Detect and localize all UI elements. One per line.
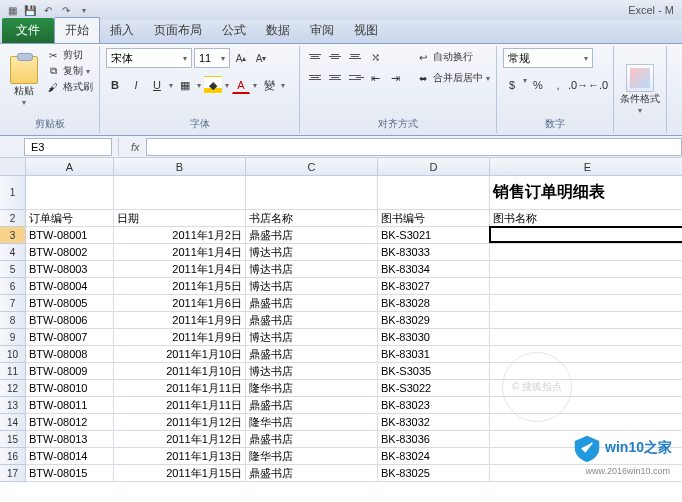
align-center-button[interactable] <box>326 69 344 85</box>
cell[interactable]: BTW-08004 <box>26 278 114 295</box>
cell[interactable]: 隆华书店 <box>246 448 378 465</box>
select-all-corner[interactable] <box>0 158 26 176</box>
tab-data[interactable]: 数据 <box>256 18 300 43</box>
cell[interactable]: BK-83032 <box>378 414 490 431</box>
cell[interactable]: BK-S3022 <box>378 380 490 397</box>
increase-indent-button[interactable]: ⇥ <box>386 69 404 87</box>
cell[interactable]: 2011年1月5日 <box>114 278 246 295</box>
cell[interactable] <box>26 176 114 210</box>
row-header[interactable]: 16 <box>0 448 26 465</box>
cell[interactable]: BTW-08001 <box>26 227 114 244</box>
row-header[interactable]: 6 <box>0 278 26 295</box>
align-middle-button[interactable] <box>326 48 344 64</box>
file-tab[interactable]: 文件 <box>2 18 54 43</box>
cell[interactable]: 2011年1月11日 <box>114 380 246 397</box>
increase-decimal-button[interactable]: .0→ <box>569 76 587 94</box>
cell[interactable]: 博达书店 <box>246 261 378 278</box>
cell[interactable] <box>246 176 378 210</box>
undo-icon[interactable]: ↶ <box>40 2 56 18</box>
cell[interactable]: BK-S3021 <box>378 227 490 244</box>
tab-insert[interactable]: 插入 <box>100 18 144 43</box>
cell[interactable]: 2011年1月4日 <box>114 261 246 278</box>
cell[interactable]: 鼎盛书店 <box>246 431 378 448</box>
cell[interactable] <box>490 244 682 261</box>
tab-page-layout[interactable]: 页面布局 <box>144 18 212 43</box>
cell[interactable]: 2011年1月2日 <box>114 227 246 244</box>
paste-button[interactable]: 粘贴 ▾ <box>6 48 42 115</box>
percent-button[interactable]: % <box>529 76 547 94</box>
cell[interactable] <box>490 227 682 244</box>
cell[interactable]: BK-83023 <box>378 397 490 414</box>
cell[interactable]: 销售订单明细表 <box>490 176 682 210</box>
cell[interactable]: 鼎盛书店 <box>246 397 378 414</box>
cell[interactable] <box>490 295 682 312</box>
border-button[interactable]: ▦ <box>176 76 194 94</box>
row-header[interactable]: 11 <box>0 363 26 380</box>
format-painter-button[interactable]: 🖌格式刷 <box>46 80 93 94</box>
cell[interactable]: 鼎盛书店 <box>246 295 378 312</box>
cell[interactable]: BTW-08003 <box>26 261 114 278</box>
number-format-combo[interactable]: 常规▾ <box>503 48 593 68</box>
cell[interactable]: 2011年1月12日 <box>114 431 246 448</box>
row-header[interactable]: 13 <box>0 397 26 414</box>
wrap-text-button[interactable]: ↩自动换行 <box>416 48 490 66</box>
spreadsheet-grid[interactable]: ABCDE 1234567891011121314151617 销售订单明细表订… <box>0 158 682 502</box>
cell[interactable] <box>490 465 682 482</box>
row-header[interactable]: 1 <box>0 176 26 210</box>
cell[interactable]: 2011年1月9日 <box>114 329 246 346</box>
cell[interactable]: 2011年1月9日 <box>114 312 246 329</box>
column-header-D[interactable]: D <box>378 158 490 176</box>
row-header[interactable]: 5 <box>0 261 26 278</box>
cell[interactable] <box>490 380 682 397</box>
cell[interactable]: 2011年1月15日 <box>114 465 246 482</box>
row-header[interactable]: 10 <box>0 346 26 363</box>
redo-icon[interactable]: ↷ <box>58 2 74 18</box>
cell[interactable]: 博达书店 <box>246 363 378 380</box>
cell[interactable]: 鼎盛书店 <box>246 346 378 363</box>
font-name-combo[interactable]: 宋体▾ <box>106 48 192 68</box>
cell[interactable]: 鼎盛书店 <box>246 227 378 244</box>
column-header-C[interactable]: C <box>246 158 378 176</box>
cell[interactable]: BTW-08011 <box>26 397 114 414</box>
cell[interactable]: BK-83029 <box>378 312 490 329</box>
bold-button[interactable]: B <box>106 76 124 94</box>
row-header[interactable]: 2 <box>0 210 26 227</box>
merge-center-button[interactable]: ⬌合并后居中▾ <box>416 69 490 87</box>
cell[interactable]: 博达书店 <box>246 244 378 261</box>
decrease-decimal-button[interactable]: ←.0 <box>589 76 607 94</box>
align-right-button[interactable] <box>346 69 364 85</box>
cell[interactable]: 鼎盛书店 <box>246 312 378 329</box>
grow-font-button[interactable]: A▴ <box>232 49 250 67</box>
row-header[interactable]: 12 <box>0 380 26 397</box>
underline-button[interactable]: U <box>148 76 166 94</box>
cell[interactable]: 鼎盛书店 <box>246 465 378 482</box>
cell[interactable] <box>114 176 246 210</box>
cell[interactable]: 2011年1月6日 <box>114 295 246 312</box>
cell[interactable]: 日期 <box>114 210 246 227</box>
cell[interactable]: BTW-08005 <box>26 295 114 312</box>
cell[interactable]: BTW-08009 <box>26 363 114 380</box>
cell[interactable] <box>490 397 682 414</box>
cell[interactable]: BK-83034 <box>378 261 490 278</box>
align-top-button[interactable] <box>306 48 324 64</box>
cell[interactable]: BTW-08010 <box>26 380 114 397</box>
cell[interactable]: BK-83036 <box>378 431 490 448</box>
cell[interactable] <box>490 431 682 448</box>
tab-home[interactable]: 开始 <box>54 17 100 43</box>
row-header[interactable]: 17 <box>0 465 26 482</box>
orientation-button[interactable]: ⤭ <box>366 48 384 66</box>
cell[interactable]: BK-83031 <box>378 346 490 363</box>
cut-button[interactable]: ✂剪切 <box>46 48 93 62</box>
font-size-combo[interactable]: 11▾ <box>194 48 230 68</box>
save-icon[interactable]: 💾 <box>22 2 38 18</box>
cell[interactable] <box>490 448 682 465</box>
cell[interactable] <box>378 176 490 210</box>
cell[interactable]: 图书名称 <box>490 210 682 227</box>
cell[interactable]: BTW-08013 <box>26 431 114 448</box>
cell[interactable] <box>490 278 682 295</box>
cell[interactable] <box>490 346 682 363</box>
cell[interactable]: BK-S3035 <box>378 363 490 380</box>
fx-icon[interactable]: fx <box>131 141 140 153</box>
cell[interactable]: 2011年1月10日 <box>114 363 246 380</box>
cell[interactable] <box>490 261 682 278</box>
